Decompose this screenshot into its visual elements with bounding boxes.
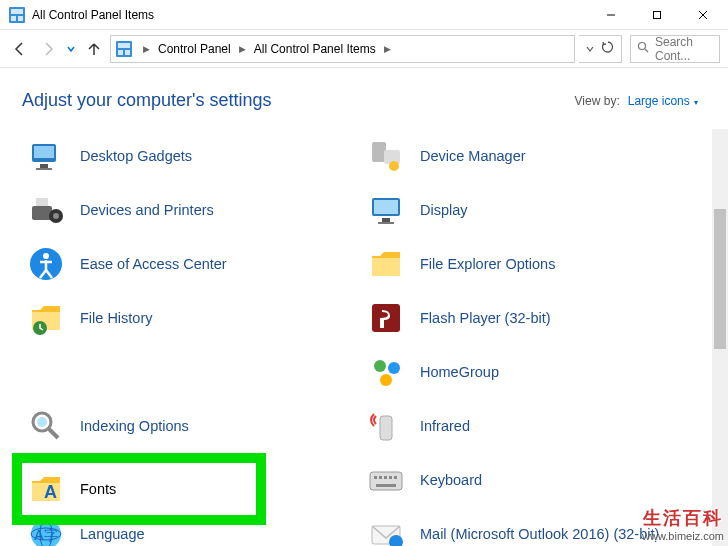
svg-rect-27	[382, 218, 390, 222]
svg-rect-21	[32, 206, 52, 220]
watermark-text: 生活百科	[642, 506, 724, 530]
flash-player-icon	[366, 298, 406, 338]
item-file-explorer-options[interactable]: File Explorer Options	[362, 237, 682, 291]
devices-and-printers-icon	[26, 190, 66, 230]
svg-rect-22	[36, 198, 48, 206]
ease-of-access-icon	[26, 244, 66, 284]
item-label: Internet Options	[80, 472, 183, 488]
svg-rect-41	[380, 416, 392, 440]
forward-button[interactable]	[36, 37, 60, 61]
svg-rect-46	[374, 476, 377, 479]
item-flash-player[interactable]: Flash Player (32-bit)	[362, 291, 682, 345]
item-devices-and-printers[interactable]: Devices and Printers	[22, 183, 342, 237]
svg-rect-15	[34, 146, 54, 158]
svg-rect-48	[384, 476, 387, 479]
breadcrumb-item[interactable]: All Control Panel Items	[252, 40, 378, 58]
breadcrumb-item[interactable]: Control Panel	[156, 40, 233, 58]
chevron-right-icon[interactable]: ▶	[139, 44, 154, 54]
search-icon	[637, 41, 649, 56]
item-mail[interactable]: Mail (Microsoft Outlook 2016) (32-bit)	[362, 507, 682, 546]
item-label: Flash Player (32-bit)	[420, 310, 551, 326]
refresh-button[interactable]	[601, 40, 615, 58]
indexing-options-icon	[26, 406, 66, 446]
item-label: File History	[80, 310, 153, 326]
item-label: Language	[80, 526, 145, 542]
item-label: Infrared	[420, 418, 470, 434]
address-bar-actions	[579, 35, 622, 63]
item-label: Ease of Access Center	[80, 256, 227, 272]
close-button[interactable]	[680, 0, 726, 30]
search-input[interactable]: Search Cont...	[630, 35, 720, 63]
item-keyboard[interactable]: Keyboard	[362, 453, 682, 507]
svg-point-24	[53, 213, 59, 219]
item-ease-of-access[interactable]: Ease of Access Center	[22, 237, 342, 291]
item-label: HomeGroup	[420, 364, 499, 380]
file-history-icon	[26, 298, 66, 338]
search-placeholder: Search Cont...	[655, 35, 713, 63]
svg-rect-51	[376, 484, 396, 487]
control-panel-icon	[115, 40, 133, 58]
svg-rect-2	[11, 16, 16, 21]
svg-rect-3	[18, 16, 23, 21]
svg-rect-18	[372, 142, 386, 162]
homegroup-icon	[366, 352, 406, 392]
svg-rect-16	[40, 164, 48, 168]
content-header: Adjust your computer's settings View by:…	[0, 68, 728, 129]
view-by-control: View by: Large icons ▾	[575, 94, 698, 108]
up-button[interactable]	[82, 37, 106, 61]
control-panel-icon	[8, 6, 26, 24]
item-desktop-gadgets[interactable]: Desktop Gadgets	[22, 129, 342, 183]
file-explorer-options-icon	[366, 244, 406, 284]
back-button[interactable]	[8, 37, 32, 61]
title-bar: All Control Panel Items	[0, 0, 728, 30]
view-by-dropdown[interactable]: Large icons ▾	[628, 94, 698, 108]
item-indexing-options[interactable]: Indexing Options	[22, 399, 342, 453]
maximize-button[interactable]	[634, 0, 680, 30]
svg-rect-49	[389, 476, 392, 479]
svg-point-35	[374, 360, 386, 372]
svg-line-40	[49, 429, 58, 438]
device-manager-icon	[366, 136, 406, 176]
item-homegroup[interactable]: HomeGroup	[362, 345, 682, 399]
chevron-down-icon[interactable]	[585, 40, 595, 58]
address-bar[interactable]: ▶ Control Panel ▶ All Control Panel Item…	[110, 35, 575, 63]
item-label: Mail (Microsoft Outlook 2016) (32-bit)	[420, 526, 659, 542]
window-title: All Control Panel Items	[32, 8, 588, 22]
svg-rect-31	[372, 258, 400, 276]
item-internet-options[interactable]: Internet Options	[22, 453, 342, 507]
minimize-button[interactable]	[588, 0, 634, 30]
view-by-label: View by:	[575, 94, 620, 108]
item-label: Devices and Printers	[80, 202, 214, 218]
item-infrared[interactable]: Infrared	[362, 399, 682, 453]
recent-locations-button[interactable]	[64, 37, 78, 61]
item-display[interactable]: Display	[362, 183, 682, 237]
item-device-manager[interactable]: Device Manager	[362, 129, 682, 183]
watermark: 生活百科 www.bimeiz.com	[642, 506, 724, 542]
items-grid: Desktop Gadgets Device Manager Devices a…	[22, 129, 682, 546]
item-language[interactable]: A字 Language	[22, 507, 342, 546]
chevron-right-icon[interactable]: ▶	[235, 44, 250, 54]
infrared-icon	[366, 406, 406, 446]
language-icon: A字	[26, 514, 66, 546]
item-label: Indexing Options	[80, 418, 189, 434]
svg-rect-26	[374, 200, 398, 214]
svg-line-13	[645, 49, 648, 52]
item-label: Keyboard	[420, 472, 482, 488]
svg-rect-9	[118, 43, 130, 48]
svg-rect-5	[654, 11, 661, 18]
item-file-history[interactable]: File History	[22, 291, 342, 345]
desktop-gadgets-icon	[26, 136, 66, 176]
svg-rect-10	[118, 50, 123, 55]
svg-text:A字: A字	[34, 527, 57, 543]
mail-icon	[366, 514, 406, 546]
svg-point-20	[389, 161, 399, 171]
svg-rect-28	[378, 222, 394, 224]
vertical-scrollbar[interactable]	[712, 129, 728, 546]
chevron-right-icon[interactable]: ▶	[380, 44, 395, 54]
svg-point-37	[380, 374, 392, 386]
item-label: File Explorer Options	[420, 256, 555, 272]
scrollbar-thumb[interactable]	[714, 209, 726, 349]
svg-rect-47	[379, 476, 382, 479]
svg-point-12	[639, 43, 646, 50]
window-controls	[588, 0, 726, 30]
